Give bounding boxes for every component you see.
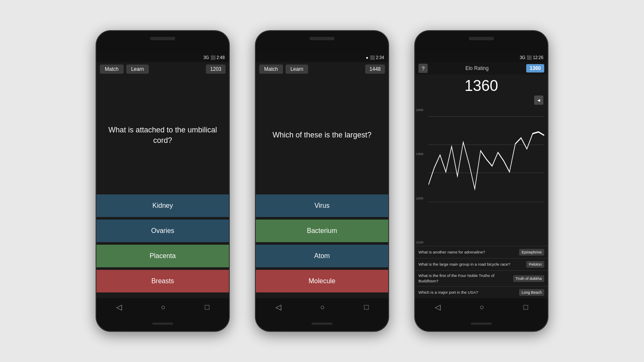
status-bar-1: 3G ⬛ 2:48 — [96, 53, 229, 62]
tab-learn-1[interactable]: Learn — [126, 65, 149, 74]
elo-label: Elo Rating — [428, 65, 526, 71]
tab-learn-2[interactable]: Learn — [286, 65, 309, 74]
battery-icon-2: ⬛ — [370, 55, 375, 60]
answer-2-virus[interactable]: Virus — [256, 194, 388, 217]
stats-header: ? Elo Rating 1360 — [415, 62, 548, 75]
front-camera — [151, 37, 154, 40]
answers-1: Kidney Ovaries Placenta Breasts — [96, 194, 229, 298]
qa-answer-4: Long Beach — [519, 289, 544, 296]
bottom-nav-3: ◁ ○ □ — [415, 298, 548, 316]
answer-1-placenta[interactable]: Placenta — [96, 245, 229, 267]
recent-icon-1[interactable]: □ — [205, 303, 209, 312]
back-icon-2[interactable]: ◁ — [275, 303, 281, 312]
qa-answer-2: Peloton — [526, 261, 544, 268]
y-label-1300: 1300 — [416, 152, 423, 156]
phone-3-bottom-bezel — [415, 316, 548, 331]
nav-tabs-2: Match Learn 1448 — [256, 62, 388, 76]
battery-icon-3: ⬛ — [527, 55, 532, 60]
home-icon-1[interactable]: ○ — [161, 303, 166, 312]
qa-row-3: What is the first of the Four Noble Trut… — [415, 270, 548, 286]
y-label-1400: 1400 — [416, 108, 423, 112]
qa-answer-1: Epinephrine — [519, 249, 544, 256]
battery-icon-1: ⬛ — [210, 55, 216, 60]
front-camera-3 — [470, 37, 473, 40]
answer-1-breasts[interactable]: Breasts — [96, 270, 229, 292]
chart-area: 1400 1300 1200 1100 — [415, 106, 548, 246]
phone-1-bottom-bezel — [96, 316, 229, 331]
qa-question-1: What is another name for adrenaline? — [418, 250, 517, 255]
screen-3: ? Elo Rating 1360 1360 ◄ 1400 1300 1200 … — [415, 62, 548, 298]
question-area-1: What is attached to the umbilical cord? — [96, 76, 229, 194]
status-bar-3: 3G ⬛ 12:26 — [415, 53, 548, 62]
phone-1: 3G ⬛ 2:48 Match Learn 1203 What is attac… — [96, 30, 230, 332]
qa-row-2: What is the large main group in a road b… — [415, 258, 548, 270]
qa-question-2: What is the large main group in a road b… — [418, 262, 524, 267]
time-2: 2:34 — [376, 55, 384, 60]
back-icon-1[interactable]: ◁ — [116, 303, 122, 312]
elo-chart — [428, 108, 544, 244]
phone-2: ● ⬛ 2:34 Match Learn 1448 Which of these… — [255, 30, 389, 332]
signal-indicator-3: 3G — [520, 55, 525, 60]
elo-number: 1360 — [415, 75, 548, 96]
signal-indicator-1: 3G — [203, 55, 209, 60]
qa-row-4: Which is a major port in the USA? Long B… — [415, 286, 548, 298]
signal-indicator-2: ● — [366, 55, 368, 60]
front-camera-2 — [310, 37, 314, 40]
score-2: 1448 — [365, 65, 385, 74]
answer-2-molecule[interactable]: Molecule — [256, 270, 388, 292]
status-bar-2: ● ⬛ 2:34 — [256, 53, 388, 62]
answers-2: Virus Bacterium Atom Molecule — [256, 194, 388, 298]
answer-1-kidney[interactable]: Kidney — [96, 194, 229, 217]
sound-button[interactable]: ◄ — [534, 96, 543, 105]
question-text-1: What is attached to the umbilical cord? — [105, 125, 221, 146]
question-area-2: Which of these is the largest? — [256, 76, 388, 194]
screen-2: Match Learn 1448 Which of these is the l… — [256, 62, 388, 298]
phone-2-top-bezel — [256, 31, 388, 53]
phone-3-top-bezel — [415, 31, 548, 53]
bottom-nav-2: ◁ ○ □ — [256, 298, 388, 316]
time-1: 2:48 — [217, 55, 225, 60]
recent-icon-2[interactable]: □ — [364, 303, 369, 312]
time-3: 12:26 — [533, 55, 543, 60]
screen-1: Match Learn 1203 What is attached to the… — [96, 62, 229, 298]
qa-row-1: What is another name for adrenaline? Epi… — [415, 246, 548, 258]
home-icon-2[interactable]: ○ — [320, 303, 325, 312]
question-text-2: Which of these is the largest? — [273, 130, 371, 140]
back-icon-3[interactable]: ◁ — [435, 303, 441, 312]
y-label-1100: 1100 — [416, 240, 423, 244]
answer-2-atom[interactable]: Atom — [256, 245, 388, 267]
score-1: 1203 — [206, 65, 226, 74]
help-button[interactable]: ? — [418, 64, 428, 73]
qa-answer-3: Truth of dukkha — [513, 275, 544, 282]
recent-icon-3[interactable]: □ — [523, 303, 528, 312]
phone-3: 3G ⬛ 12:26 ? Elo Rating 1360 1360 ◄ 1400… — [414, 30, 548, 332]
bottom-nav-1: ◁ ○ □ — [96, 298, 229, 316]
qa-list: What is another name for adrenaline? Epi… — [415, 246, 548, 298]
phone-2-bottom-bezel — [256, 316, 388, 331]
phone-1-top-bezel — [96, 31, 229, 53]
answer-2-bacterium[interactable]: Bacterium — [256, 220, 388, 242]
y-axis-labels: 1400 1300 1200 1100 — [416, 106, 423, 246]
qa-question-3: What is the first of the Four Noble Trut… — [418, 273, 511, 284]
home-icon-3[interactable]: ○ — [480, 303, 484, 312]
tab-match-1[interactable]: Match — [100, 65, 124, 74]
nav-tabs-1: Match Learn 1203 — [96, 62, 229, 76]
tab-match-2[interactable]: Match — [259, 65, 283, 74]
y-label-1200: 1200 — [416, 197, 423, 200]
answer-1-ovaries[interactable]: Ovaries — [96, 220, 229, 242]
elo-badge: 1360 — [526, 64, 544, 72]
qa-question-4: Which is a major port in the USA? — [418, 290, 517, 295]
sound-button-area: ◄ — [415, 96, 548, 106]
